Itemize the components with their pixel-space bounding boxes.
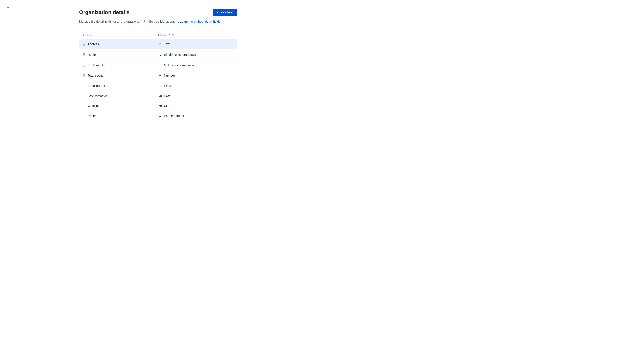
table-row[interactable]: Region Single-select dropdown — [79, 50, 237, 60]
drag-handle-icon[interactable] — [83, 114, 86, 118]
label-cell: Entitlements — [83, 64, 158, 67]
field-type-cell: URL — [158, 104, 234, 108]
table-header: Label Field type — [79, 31, 237, 39]
table-row[interactable]: Website URL — [79, 101, 237, 111]
date-icon — [158, 94, 162, 98]
field-type-cell: Single-select dropdown — [158, 52, 234, 57]
row-label: Last contacted — [88, 94, 108, 98]
row-label: Website — [88, 104, 99, 108]
drag-handle-icon[interactable] — [83, 84, 86, 88]
learn-more-link[interactable]: Learn more about detail fields. — [180, 20, 221, 23]
table-row[interactable]: Email address Email — [79, 81, 237, 91]
label-cell: Phone — [83, 114, 158, 118]
field-type-label: Number — [164, 74, 175, 77]
row-label: Region — [88, 53, 97, 56]
drag-handle-icon[interactable] — [83, 104, 86, 107]
subtitle: Manage the detail fields for all organiz… — [79, 19, 237, 24]
table-row[interactable]: Last contacted Date — [79, 91, 237, 101]
main-content: Organization details Create field Manage… — [75, 0, 242, 134]
field-type-cell: Multi-select dropdown — [158, 63, 234, 67]
table-row[interactable]: Total spend Number — [79, 70, 237, 81]
text-icon — [158, 42, 162, 46]
row-label: Address — [88, 42, 99, 46]
field-type-label: Phone number — [164, 114, 184, 118]
row-label: Email address — [88, 84, 107, 88]
field-type-label: Single-select dropdown — [164, 53, 196, 56]
field-type-cell: Text — [158, 42, 234, 46]
label-cell: Email address — [83, 84, 158, 88]
label-cell: Address — [83, 42, 158, 46]
drag-handle-icon[interactable] — [83, 74, 86, 77]
row-label: Entitlements — [88, 64, 105, 67]
fields-table: Label Field type Address Text — [79, 31, 237, 121]
field-type-label: Multi-select dropdown — [164, 64, 194, 67]
field-type-cell: Date — [158, 94, 234, 98]
create-field-button[interactable]: Create field — [213, 9, 237, 16]
table-row[interactable]: Entitlements Multi-select dropdown — [79, 60, 237, 70]
dropdown-icon — [158, 52, 162, 57]
table-row[interactable]: Address Text — [79, 39, 237, 50]
drag-handle-icon[interactable] — [83, 43, 86, 46]
field-type-cell: Phone number — [158, 114, 234, 118]
url-icon — [158, 104, 162, 108]
field-type-column-header: Field type — [158, 33, 234, 36]
field-type-label: Date — [164, 94, 170, 98]
table-row[interactable]: Phone Phone number — [79, 111, 237, 121]
drag-handle-icon[interactable] — [83, 64, 86, 66]
header-row: Organization details Create field — [79, 9, 237, 16]
label-column-header: Label — [83, 33, 158, 36]
label-cell: Website — [83, 104, 158, 108]
drag-handle-icon[interactable] — [83, 94, 86, 98]
row-label: Phone — [88, 114, 96, 118]
close-button[interactable]: ✕ — [5, 4, 12, 11]
label-cell: Region — [83, 53, 158, 56]
field-type-label: Email — [164, 84, 172, 88]
label-cell: Last contacted — [83, 94, 158, 98]
dropdown-icon — [158, 63, 162, 67]
page-title: Organization details — [79, 9, 129, 15]
number-icon — [158, 74, 162, 78]
field-type-label: Text — [164, 42, 170, 46]
email-icon — [158, 84, 162, 88]
drag-handle-icon[interactable] — [83, 53, 86, 56]
phone-icon — [158, 114, 162, 118]
row-label: Total spend — [88, 74, 104, 77]
field-type-cell: Number — [158, 74, 234, 78]
label-cell: Total spend — [83, 74, 158, 77]
field-type-cell: Email — [158, 84, 234, 88]
close-icon: ✕ — [6, 5, 10, 10]
field-type-label: URL — [164, 104, 170, 108]
